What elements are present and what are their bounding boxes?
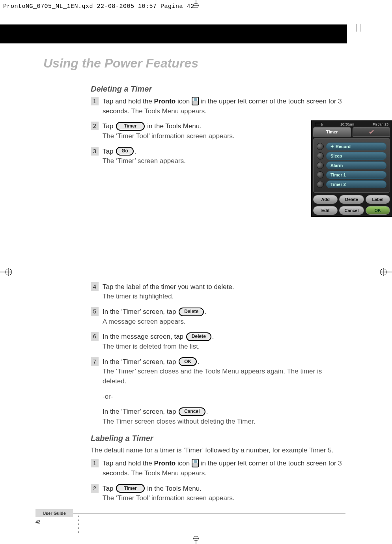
deleting-step-7: 7 In the ‘Timer’ screen, tap OK. The ‘Ti… (91, 357, 347, 386)
footer-dot-ornament-icon (78, 516, 79, 533)
step-number: 2 (91, 122, 99, 130)
step-number: 1 (91, 459, 99, 467)
radio-dot-icon (317, 152, 324, 159)
crop-mark-right-icon (376, 266, 392, 278)
text-fragment: in the Tools Menu. (146, 122, 202, 130)
text-fragment: icon (175, 460, 192, 467)
header-black-bar (0, 24, 347, 43)
left-vertical-rule (83, 79, 83, 505)
trim-mark-icon (360, 24, 360, 32)
text-fragment: . (212, 333, 214, 340)
labeling-step-1: 1 Tap and hold the Pronto icon in the up… (91, 459, 347, 478)
content-area: Deleting a Timer 1 Tap and hold the Pron… (91, 83, 347, 509)
page-title-strip: Using the Power Features (0, 51, 347, 75)
radio-dot-icon (317, 143, 324, 150)
footer-rule (73, 513, 345, 514)
device-cancel-button: Cancel (339, 206, 364, 215)
step-number: 3 (91, 147, 99, 156)
device-screenshot: 10:30am Fri Jan 23 Timer ✦Record Sleep A… (311, 120, 392, 217)
timer-button-icon: Timer (116, 484, 144, 493)
radio-dot-icon (317, 162, 324, 169)
delete-button-icon: Delete (186, 332, 211, 341)
device-add-button: Add (313, 195, 338, 204)
device-label-button: Label (366, 195, 390, 204)
print-job-header: ProntoNG_0705_ML_1EN.qxd 22-08-2005 10:5… (3, 3, 194, 10)
text-fragment: Tap and hold the (103, 98, 154, 105)
device-date: Fri Jan 23 (373, 122, 388, 126)
deleting-step-7b: In the ‘Timer’ screen, tap Cancel. The T… (91, 407, 347, 426)
step-text: Tap the label of the timer you want to d… (103, 282, 347, 292)
device-chip: ✦Record (326, 143, 386, 150)
labeling-intro: The default name for a timer is ‘Timer’ … (91, 446, 347, 455)
device-delete-button: Delete (339, 195, 364, 204)
text-sub: The Tools Menu appears. (129, 469, 207, 477)
step-text: Tap and hold the Pronto icon in the uppe… (103, 460, 342, 477)
text-fragment: In the ‘Timer’ screen, tap (103, 308, 178, 315)
text-fragment: . (134, 148, 136, 155)
text-fragment: . (205, 308, 207, 315)
text-sub: The ‘Timer’ screen appears. (103, 156, 347, 166)
text-sub: The Timer screen closes without deleting… (103, 417, 347, 427)
crop-mark-top-icon (191, 0, 201, 9)
footer-page-number: 42 (35, 520, 40, 524)
crop-mark-bottom-icon (191, 535, 201, 544)
footer-user-guide-label: User Guide (35, 509, 73, 517)
or-text: -or- (103, 392, 347, 402)
text-bold: Pronto (154, 460, 175, 467)
step-number: 5 (91, 307, 99, 316)
step-number: 6 (91, 332, 99, 341)
deleting-step-3: 3 Tap Go. The ‘Timer’ screen appears. (91, 147, 347, 166)
go-button-icon: Go (116, 147, 134, 156)
device-chip: Timer 1 (326, 171, 386, 179)
step-number: 2 (91, 484, 99, 493)
text-fragment: . (206, 408, 208, 415)
text-sub: The ‘Timer’ screen closes and the Tools … (103, 367, 347, 386)
device-tab-tools (353, 127, 390, 137)
deleting-or: -or- (91, 392, 347, 402)
text-fragment: Tap and hold the (103, 460, 154, 467)
cancel-button-icon: Cancel (179, 407, 205, 416)
device-edit-button: Edit (313, 206, 338, 215)
section-heading-deleting: Deleting a Timer (91, 84, 347, 94)
battery-icon (315, 123, 322, 126)
text-bold: Pronto (154, 98, 175, 105)
text-sub: The ‘Timer Tool’ information screen appe… (103, 131, 347, 141)
deleting-step-5: 5 In the ‘Timer’ screen, tap Delete. A m… (91, 307, 347, 326)
text-fragment: In the ‘Timer’ screen, tap (103, 358, 178, 366)
device-row-timer1: Timer 1 (317, 171, 386, 179)
device-ok-button: OK (366, 206, 390, 215)
crop-mark-left-icon (0, 266, 16, 278)
text-fragment: . (198, 358, 200, 366)
device-row-alarm: Alarm (317, 161, 386, 169)
step-number: 7 (91, 357, 99, 366)
text-sub: The timer is highlighted. (103, 292, 347, 302)
device-chip: Sleep (326, 152, 386, 160)
deleting-step-6: 6 In the message screen, tap Delete. The… (91, 332, 347, 351)
text-sub: A message screen appears. (103, 317, 347, 327)
section-heading-labeling: Labeling a Timer (91, 434, 347, 443)
radio-dot-icon (317, 181, 324, 188)
device-tab-timer: Timer (313, 127, 351, 137)
page-title: Using the Power Features (43, 56, 198, 70)
pronto-icon (192, 459, 199, 467)
device-row-timer2: Timer 2 (317, 180, 386, 188)
text-fragment: icon (175, 98, 192, 105)
text-fragment: In the ‘Timer’ screen, tap (103, 408, 178, 415)
text-sub: The timer is deleted from the list. (103, 342, 347, 352)
device-chip: Timer 2 (326, 180, 386, 188)
radio-dot-icon (317, 171, 324, 178)
step-number: 4 (91, 282, 99, 291)
text-fragment: Tap (103, 485, 115, 492)
text-sub: The Tools Menu appears. (129, 107, 207, 115)
labeling-step-2: 2 Tap Timer in the Tools Menu. The ‘Time… (91, 484, 347, 503)
device-chip: Alarm (326, 161, 386, 169)
device-row-record: ✦Record (317, 143, 386, 150)
deleting-step-4: 4 Tap the label of the timer you want to… (91, 282, 347, 302)
text-fragment: In the message screen, tap (103, 333, 185, 340)
device-time: 10:30am (340, 122, 354, 126)
step-number: 1 (91, 97, 99, 105)
delete-button-icon: Delete (179, 308, 204, 316)
device-row-sleep: Sleep (317, 152, 386, 160)
text-fragment: in the Tools Menu. (146, 485, 202, 492)
text-fragment: Tap (103, 148, 115, 155)
